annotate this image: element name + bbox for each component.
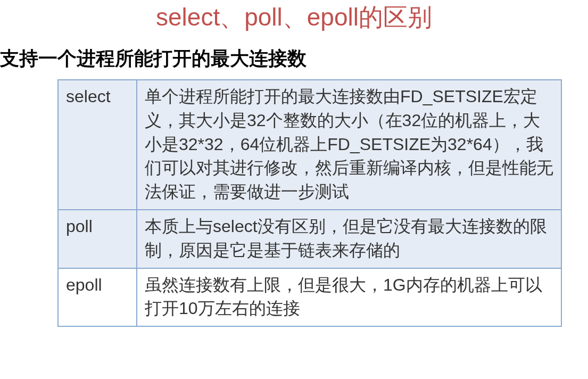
- row-label: select: [58, 80, 137, 210]
- table-container: select 单个进程所能打开的最大连接数由FD_SETSIZE宏定义，其大小是…: [0, 79, 588, 327]
- row-label: epoll: [58, 268, 137, 327]
- row-desc: 虽然连接数有上限，但是很大，1G内存的机器上可以打开10万左右的连接: [137, 268, 561, 327]
- table-row: poll 本质上与select没有区别，但是它没有最大连接数的限制，原因是它是基…: [58, 210, 561, 268]
- row-label: poll: [58, 210, 137, 268]
- comparison-table: select 单个进程所能打开的最大连接数由FD_SETSIZE宏定义，其大小是…: [57, 79, 562, 327]
- row-desc: 本质上与select没有区别，但是它没有最大连接数的限制，原因是它是基于链表来存…: [137, 210, 561, 268]
- page-title: select、poll、epoll的区别: [0, 0, 588, 46]
- table-row: epoll 虽然连接数有上限，但是很大，1G内存的机器上可以打开10万左右的连接: [58, 268, 561, 327]
- row-desc: 单个进程所能打开的最大连接数由FD_SETSIZE宏定义，其大小是32个整数的大…: [137, 80, 561, 210]
- section-subtitle: 支持一个进程所能打开的最大连接数: [0, 46, 588, 79]
- table-row: select 单个进程所能打开的最大连接数由FD_SETSIZE宏定义，其大小是…: [58, 80, 561, 210]
